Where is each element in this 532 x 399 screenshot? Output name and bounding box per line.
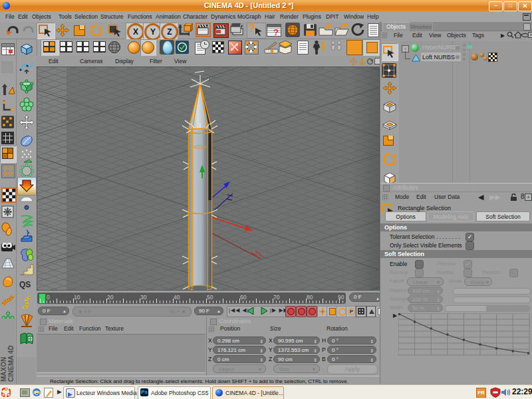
svg-text:e: e	[35, 389, 39, 396]
